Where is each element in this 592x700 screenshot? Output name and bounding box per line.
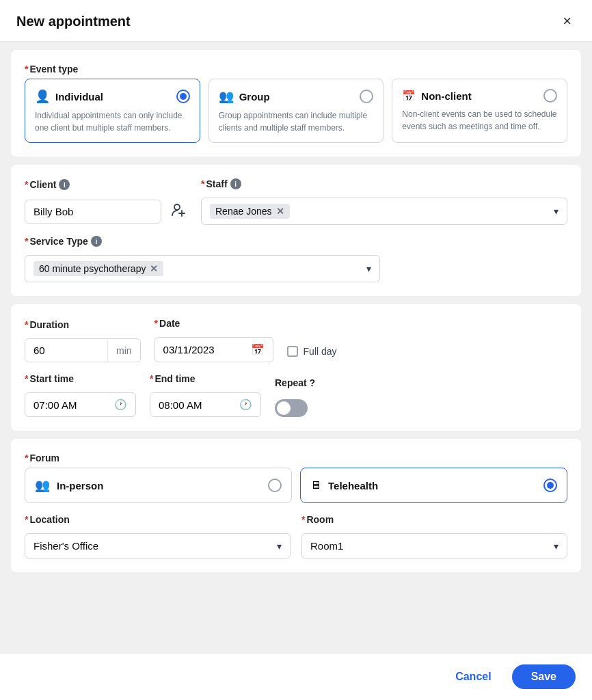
duration-field: * Duration min [25,319,141,362]
staff-info-icon: i [230,178,241,189]
staff-label-row: * Staff i [201,178,567,189]
start-time-required-star: * [25,373,28,384]
modal-header: New appointment × [0,0,592,42]
event-card-group[interactable]: 👥 Group Group appointments can include m… [208,79,384,143]
individual-title: Individual [55,91,103,103]
duration-label-row: * Duration [25,319,141,330]
non-client-desc: Non-client events can be used to schedul… [402,108,557,133]
group-title-row: 👥 Group [219,89,270,104]
group-icon: 👥 [219,89,234,104]
forum-card-telehealth[interactable]: 🖥 Telehealth [300,468,567,503]
time-row: * Start time 🕐 * End time [25,373,567,417]
client-staff-row: * Client i [25,178,567,225]
in-person-left: 👥 In-person [35,478,103,493]
group-desc: Group appointments can include multiple … [219,109,374,134]
telehealth-label: Telehealth [328,480,378,492]
service-type-info-icon: i [91,236,102,247]
close-button[interactable]: × [559,12,576,30]
service-type-tag-remove[interactable]: ✕ [150,263,158,274]
end-time-input[interactable] [159,399,234,411]
in-person-label: In-person [57,480,103,492]
service-type-chevron-icon: ▾ [366,263,371,274]
location-value: Fisher's Office [33,540,98,552]
calendar-icon: 📅 [402,90,416,103]
client-input-wrap [25,198,190,225]
client-input[interactable] [25,200,161,224]
client-required-star: * [25,179,28,190]
repeat-toggle[interactable] [275,399,308,417]
duration-input-wrap: min [25,338,141,362]
staff-tags: Renae Jones ✕ [210,204,290,219]
modal-footer: Cancel Save [0,653,592,700]
add-client-button[interactable] [167,198,190,225]
client-field: * Client i [25,179,190,225]
client-info-icon: i [59,179,70,190]
room-required-star: * [301,514,305,525]
end-time-input-wrap: 🕐 [150,392,261,417]
forum-card-in-person[interactable]: 👥 In-person [25,468,292,503]
telehealth-radio[interactable] [543,479,557,492]
event-type-section: * Event type 👤 Individual Individual app… [11,50,581,157]
room-value: Room1 [310,540,343,552]
full-day-label: Full day [304,346,337,357]
start-time-clock-icon: 🕐 [114,399,127,411]
duration-date-row: * Duration min * Date [25,318,567,362]
group-title: Group [239,91,270,103]
event-card-individual[interactable]: 👤 Individual Individual appointments can… [25,79,200,143]
room-chevron-icon: ▾ [554,541,559,552]
end-time-field: * End time 🕐 [150,373,261,417]
individual-card-header: 👤 Individual [35,89,190,104]
calendar-date-icon: 📅 [251,343,265,356]
forum-cards: 👥 In-person 🖥 Telehealth [25,468,567,503]
repeat-label: Repeat ? [275,377,315,388]
service-type-required-star: * [25,236,28,247]
service-type-tags: 60 minute psychotherapy ✕ [33,261,163,276]
repeat-field: Repeat ? [275,377,315,417]
location-room-row: * Location Fisher's Office ▾ * Room Room… [25,514,567,558]
full-day-checkbox[interactable] [287,346,298,357]
end-time-label-row: * End time [150,373,261,384]
room-select[interactable]: Room1 ▾ [301,533,567,558]
event-type-required-star: * [25,64,28,75]
cancel-button[interactable]: Cancel [444,664,502,689]
forum-section: * Forum 👥 In-person 🖥 Telehealth [11,439,581,572]
room-label-row: * Room [301,514,567,525]
staff-select[interactable]: Renae Jones ✕ ▾ [201,198,567,225]
group-radio[interactable] [360,90,373,103]
room-field: * Room Room1 ▾ [301,514,567,558]
in-person-radio[interactable] [268,479,282,492]
date-required-star: * [154,318,158,329]
staff-tag-renae-jones: Renae Jones ✕ [210,204,290,219]
date-label-row: * Date [154,318,273,329]
location-required-star: * [25,514,28,525]
non-client-card-header: 📅 Non-client [402,89,557,103]
service-type-select[interactable]: 60 minute psychotherapy ✕ ▾ [25,255,380,282]
in-person-icon: 👥 [35,478,50,493]
event-card-non-client[interactable]: 📅 Non-client Non-client events can be us… [392,79,567,143]
location-chevron-icon: ▾ [277,541,282,552]
full-day-wrap: Full day [287,346,337,362]
group-card-header: 👥 Group [219,89,374,104]
client-staff-section: * Client i [11,165,581,296]
service-type-label-row: * Service Type i [25,236,567,247]
repeat-label-row: Repeat ? [275,377,315,388]
staff-tag-remove[interactable]: ✕ [276,206,284,217]
staff-required-star: * [201,178,204,189]
staff-chevron-icon: ▾ [554,206,559,217]
duration-required-star: * [25,319,28,330]
location-select[interactable]: Fisher's Office ▾ [25,533,291,558]
individual-radio[interactable] [176,90,190,103]
start-time-input[interactable] [33,399,109,411]
individual-title-row: 👤 Individual [35,89,103,104]
modal-title: New appointment [16,14,131,29]
duration-unit: min [107,340,140,362]
telehealth-left: 🖥 Telehealth [310,479,378,492]
toggle-wrap [275,396,315,417]
date-input[interactable] [163,344,245,355]
date-field: * Date 📅 [154,318,273,362]
duration-input[interactable] [25,339,107,362]
modal-container: New appointment × * Event type 👤 Individ… [0,0,592,700]
save-button[interactable]: Save [512,664,576,689]
non-client-radio[interactable] [543,89,557,103]
svg-point-0 [174,204,180,210]
